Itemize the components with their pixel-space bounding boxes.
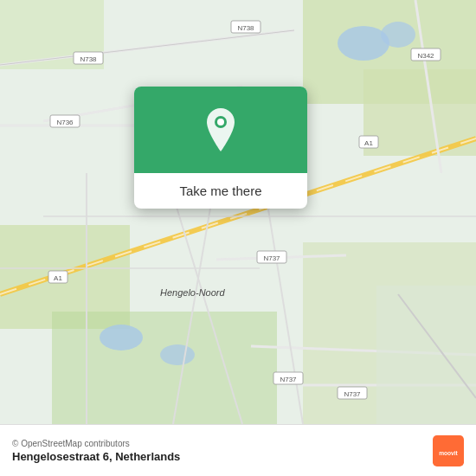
address-text: Hengelosestraat 6, Netherlands: [12, 450, 180, 463]
svg-text:N737: N737: [344, 390, 361, 398]
moovit-logo: moovit: [433, 435, 464, 466]
svg-point-49: [217, 119, 224, 125]
footer-bar: © OpenStreetMap contributors Hengelosest…: [0, 424, 476, 476]
moovit-icon: moovit: [433, 435, 464, 466]
attribution-text: © OpenStreetMap contributors: [12, 439, 180, 448]
svg-text:N738: N738: [237, 24, 254, 32]
svg-text:A1: A1: [364, 139, 373, 147]
svg-text:N737: N737: [263, 254, 280, 262]
svg-text:moovit: moovit: [439, 449, 458, 455]
svg-text:N736: N736: [56, 119, 74, 126]
svg-point-8: [381, 22, 415, 48]
popup-map-preview: [134, 87, 307, 173]
location-pin-icon: [203, 108, 238, 151]
map-area: N738 N738 N342 N736 A1 A1 N737 N737 N737…: [0, 0, 476, 424]
take-me-there-button[interactable]: Take me there: [134, 173, 307, 209]
location-popup[interactable]: Take me there: [134, 87, 307, 209]
footer-left: © OpenStreetMap contributors Hengelosest…: [12, 439, 180, 463]
svg-text:N342: N342: [417, 52, 434, 60]
svg-text:N737: N737: [280, 376, 297, 383]
svg-text:A1: A1: [54, 274, 62, 282]
svg-text:Hengelo-Noord: Hengelo-Noord: [160, 287, 225, 298]
svg-rect-21: [376, 286, 476, 424]
svg-point-10: [160, 344, 195, 365]
svg-text:N738: N738: [80, 55, 97, 63]
svg-point-9: [100, 325, 143, 351]
